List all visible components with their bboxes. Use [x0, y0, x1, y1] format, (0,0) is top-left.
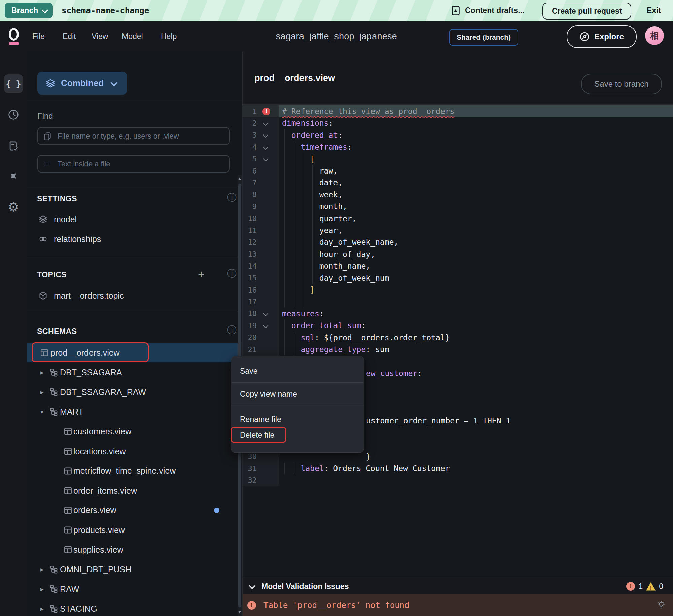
explore-button[interactable]: Explore — [567, 25, 637, 48]
menu-item-delete-file[interactable]: Delete file — [231, 427, 364, 443]
code-text[interactable]: [ — [279, 153, 673, 165]
code-text[interactable]: # Reference this view as prod__orders — [279, 105, 673, 117]
gutter-cell[interactable]: 6 — [243, 165, 279, 177]
code-line-14[interactable]: 14 month_name, — [243, 260, 673, 272]
caret-right-icon[interactable]: ▸ — [40, 585, 47, 593]
code-line-16[interactable]: 16 ] — [243, 284, 673, 296]
code-text[interactable]: aggregate_type: sum — [279, 343, 673, 355]
history-clock-icon[interactable] — [0, 105, 27, 124]
code-line-5[interactable]: 5 [ — [243, 153, 673, 165]
settings-info-icon[interactable]: ⓘ — [227, 193, 237, 202]
gutter-cell[interactable]: 17 — [243, 296, 279, 308]
code-text[interactable] — [279, 296, 673, 308]
gutter-cell[interactable]: 2 — [243, 117, 279, 129]
schema-item-dbt-ssagara[interactable]: ▸DBT_SSAGARA — [27, 363, 242, 382]
scroll-down-icon[interactable] — [238, 611, 241, 614]
shared-branch-badge[interactable]: Shared (branch) — [449, 29, 518, 46]
ide-files-icon[interactable]: { } — [0, 74, 27, 93]
code-text[interactable]: quarter, — [279, 213, 673, 225]
code-text[interactable]: label: Orders Count New Customer — [279, 462, 673, 474]
schema-item-mart[interactable]: ▾MART — [27, 402, 242, 422]
caret-right-icon[interactable]: ▸ — [40, 388, 47, 396]
code-line-13[interactable]: 13 hour_of_day, — [243, 248, 673, 260]
topics-info-icon[interactable]: ⓘ — [227, 269, 237, 278]
gutter-cell[interactable]: 32 — [243, 474, 279, 486]
caret-right-icon[interactable]: ▸ — [40, 566, 47, 573]
gutter-cell[interactable]: 19 — [243, 319, 279, 332]
gutter-cell[interactable]: 4 — [243, 141, 279, 153]
add-topic-button[interactable]: + — [198, 268, 205, 280]
schema-item-customers-view[interactable]: customers.view — [27, 422, 242, 441]
gutter-cell[interactable]: 10 — [243, 213, 279, 225]
gutter-cell[interactable]: 11 — [243, 224, 279, 236]
code-text[interactable]: year, — [279, 224, 673, 236]
fix-suggestion-bulb-icon[interactable] — [657, 601, 666, 610]
code-text[interactable]: measures: — [279, 308, 673, 320]
code-text[interactable]: month_name, — [279, 260, 673, 272]
document-check-icon[interactable] — [0, 137, 27, 155]
code-line-19[interactable]: 19 order_total_sum: — [243, 319, 673, 332]
code-line-17[interactable]: 17 — [243, 296, 673, 308]
gutter-cell[interactable]: 8 — [243, 189, 279, 201]
gutter-cell[interactable]: 21 — [243, 343, 279, 355]
schema-item-orders-view[interactable]: orders.view — [27, 501, 242, 520]
schema-item-raw[interactable]: ▸RAW — [27, 579, 242, 599]
fold-chevron-icon[interactable] — [263, 121, 269, 126]
menu-item-rename-file[interactable]: Rename file — [231, 411, 364, 427]
schema-item-locations-view[interactable]: locations.view — [27, 441, 242, 461]
code-text[interactable]: ] — [279, 284, 673, 296]
gutter-cell[interactable]: 7 — [243, 177, 279, 189]
schema-item-metricflow-time-spine-view[interactable]: metricflow_time_spine.view — [27, 461, 242, 481]
code-line-11[interactable]: 11 year, — [243, 224, 673, 236]
fold-chevron-icon[interactable] — [263, 311, 269, 316]
text-search-input[interactable] — [37, 155, 230, 173]
validation-error-row[interactable]: ! Table 'prod__orders' not found — [243, 594, 673, 616]
fold-chevron-icon[interactable] — [263, 323, 269, 328]
code-line-12[interactable]: 12 day_of_week_name, — [243, 236, 673, 248]
gutter-cell[interactable]: 15 — [243, 272, 279, 284]
schema-item-supplies-view[interactable]: supplies.view — [27, 540, 242, 560]
create-pull-request-button[interactable]: Create pull request — [542, 3, 631, 20]
code-line-15[interactable]: 15 day_of_week_num — [243, 272, 673, 284]
gutter-cell[interactable]: 16 — [243, 284, 279, 296]
schema-item-prod-orders-view[interactable]: prod__orders.view — [27, 343, 242, 362]
gutter-cell[interactable]: 20 — [243, 332, 279, 344]
code-text[interactable]: timeframes: — [279, 141, 673, 153]
fold-chevron-icon[interactable] — [263, 144, 269, 150]
gutter-cell[interactable]: 3 — [243, 129, 279, 141]
file-search-input[interactable] — [37, 127, 230, 145]
code-line-32[interactable]: 32 — [243, 474, 673, 486]
code-line-8[interactable]: 8 week, — [243, 189, 673, 201]
code-line-6[interactable]: 6 raw, — [243, 165, 673, 177]
code-line-18[interactable]: 18measures: — [243, 308, 673, 320]
gutter-cell[interactable]: 12 — [243, 236, 279, 248]
code-line-4[interactable]: 4 timeframes: — [243, 141, 673, 153]
code-text[interactable]: sql: ${prod__orders.order_total} — [279, 332, 673, 344]
validation-panel-header[interactable]: Model Validation Issues ! 1 ! 0 — [243, 578, 673, 595]
avatar[interactable]: 相 — [645, 26, 664, 45]
gutter-cell[interactable]: 13 — [243, 248, 279, 260]
schema-item-omni-dbt-push[interactable]: ▸OMNI_DBT_PUSH — [27, 560, 242, 579]
content-drafts-button[interactable]: Content drafts... — [451, 0, 524, 21]
caret-down-icon[interactable]: ▾ — [40, 408, 47, 416]
code-text[interactable]: ordered_at: — [279, 129, 673, 141]
settings-gear-icon[interactable]: ⚙ — [0, 198, 27, 217]
code-line-31[interactable]: 31 label: Orders Count New Customer — [243, 462, 673, 474]
gutter-cell[interactable]: 18 — [243, 308, 279, 320]
code-line-10[interactable]: 10 quarter, — [243, 213, 673, 225]
menu-item-copy-view-name[interactable]: Copy view name — [231, 387, 364, 401]
scroll-up-icon[interactable] — [238, 177, 241, 180]
code-text[interactable]: week, — [279, 189, 673, 201]
code-line-7[interactable]: 7 date, — [243, 177, 673, 189]
code-text[interactable] — [279, 474, 673, 486]
code-text[interactable]: day_of_week_num — [279, 272, 673, 284]
schemas-info-icon[interactable]: ⓘ — [227, 325, 237, 335]
schema-item-staging[interactable]: ▸STAGING — [27, 599, 242, 616]
code-text[interactable]: month, — [279, 200, 673, 213]
combined-dropdown[interactable]: Combined — [37, 72, 127, 95]
sidebar-item-relationships[interactable]: relationships — [27, 230, 254, 248]
code-line-9[interactable]: 9 month, — [243, 200, 673, 213]
caret-right-icon[interactable]: ▸ — [40, 605, 47, 613]
branch-dropdown-button[interactable]: Branch — [5, 3, 53, 18]
schema-item-products-view[interactable]: products.view — [27, 520, 242, 540]
